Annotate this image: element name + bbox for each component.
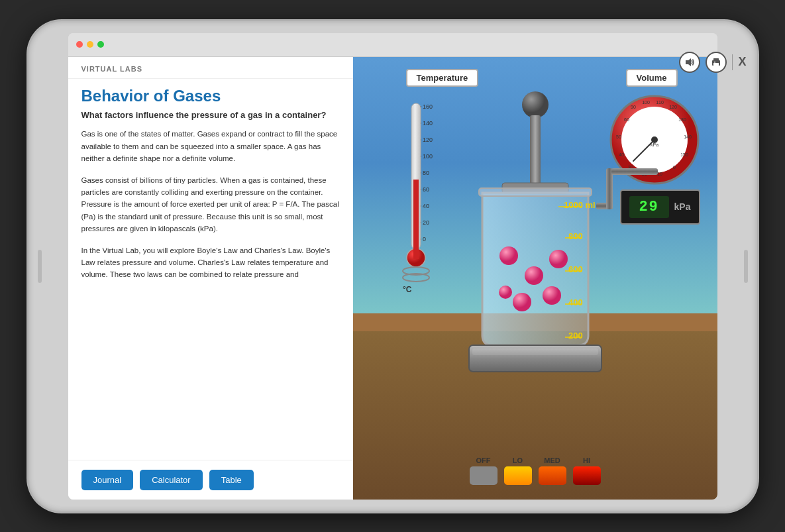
volume-label: Volume xyxy=(626,69,678,87)
table-button[interactable]: Table xyxy=(209,470,254,490)
svg-text:160: 160 xyxy=(423,103,433,110)
hi-label: HI xyxy=(573,456,601,464)
panel-footer: Journal Calculator Table xyxy=(68,460,353,500)
heat-controls: OFF LO MED HI xyxy=(470,456,601,488)
svg-text:10: 10 xyxy=(657,172,662,176)
paragraph-3: In the Virtual Lab, you will explore Boy… xyxy=(81,244,340,281)
svg-point-43 xyxy=(525,266,543,285)
svg-rect-59 xyxy=(472,348,598,355)
heat-med-button[interactable] xyxy=(539,466,566,485)
svg-text:90: 90 xyxy=(631,105,636,109)
svg-rect-41 xyxy=(479,188,592,196)
lab-title: Behavior of Gases xyxy=(81,87,340,106)
panel-header: VIRTUAL LABS xyxy=(68,57,353,79)
svg-point-47 xyxy=(499,286,512,299)
maximize-dot[interactable] xyxy=(97,41,104,48)
minimize-dot[interactable] xyxy=(87,41,93,48)
hi-label-container: HI xyxy=(573,456,601,488)
svg-rect-34 xyxy=(413,247,419,259)
svg-text:°C: °C xyxy=(403,285,412,294)
svg-text:600: 600 xyxy=(568,264,583,274)
close-dot[interactable] xyxy=(76,41,83,48)
svg-rect-39 xyxy=(530,115,541,188)
svg-text:130: 130 xyxy=(678,117,686,122)
ipad-home-button xyxy=(744,250,748,283)
right-panel: Temperature Volume 160 140 120 xyxy=(353,57,717,500)
off-label: OFF xyxy=(470,456,497,464)
kpa-value: 29 xyxy=(629,196,669,218)
paragraph-1: Gas is one of the states of matter. Gase… xyxy=(81,128,340,164)
svg-point-78 xyxy=(651,136,658,143)
svg-text:100: 100 xyxy=(423,153,433,160)
ipad-volume-button xyxy=(38,250,42,283)
svg-text:1000 ml: 1000 ml xyxy=(564,200,596,210)
svg-point-44 xyxy=(549,250,568,268)
svg-text:20: 20 xyxy=(423,219,429,226)
lab-background: Temperature Volume 160 140 120 xyxy=(353,57,717,500)
main-content: VIRTUAL LABS xyxy=(68,57,717,500)
off-label-container: OFF xyxy=(470,456,497,488)
screen: VIRTUAL LABS xyxy=(68,33,717,500)
heat-lo-button[interactable] xyxy=(504,466,532,485)
svg-text:120: 120 xyxy=(423,136,433,143)
svg-point-46 xyxy=(543,286,561,305)
beaker-assembly: 1000 ml 800 600 400 200 xyxy=(436,90,635,378)
lab-subtitle: What factors influence the pressure of a… xyxy=(81,109,340,121)
svg-text:110: 110 xyxy=(656,100,664,105)
svg-text:120: 120 xyxy=(669,105,677,109)
ipad-frame: VIRTUAL LABS xyxy=(28,21,757,511)
svg-text:80: 80 xyxy=(423,170,429,176)
kpa-unit-label: kPa xyxy=(674,201,691,212)
temperature-label: Temperature xyxy=(406,69,479,87)
lo-label: LO xyxy=(504,456,532,464)
panel-body: Behavior of Gases What factors influence… xyxy=(68,79,353,460)
virtual-labs-label: VIRTUAL LABS xyxy=(81,65,142,73)
svg-text:140: 140 xyxy=(684,134,692,139)
svg-rect-32 xyxy=(413,180,419,252)
journal-button[interactable]: Journal xyxy=(81,470,134,490)
lo-label-container: LO xyxy=(504,456,532,488)
paragraph-2: Gases consist of billions of tiny partic… xyxy=(81,174,340,235)
left-panel: VIRTUAL LABS xyxy=(68,57,353,500)
kpa-digital-display: 29 kPa xyxy=(620,189,700,225)
svg-text:100: 100 xyxy=(642,100,650,105)
svg-point-38 xyxy=(522,91,549,118)
svg-text:140: 140 xyxy=(423,120,433,127)
browser-top-bar xyxy=(68,33,717,57)
thermometer: 160 140 120 100 80 60 40 xyxy=(390,93,436,319)
pipe-horizontal-2 xyxy=(611,168,658,175)
svg-text:150: 150 xyxy=(680,152,688,157)
svg-text:60: 60 xyxy=(624,117,629,122)
svg-text:800: 800 xyxy=(568,231,583,241)
heat-off-button[interactable] xyxy=(470,466,497,485)
svg-text:400: 400 xyxy=(568,297,583,307)
med-label-container: MED xyxy=(539,456,566,488)
heat-hi-button[interactable] xyxy=(573,466,601,485)
svg-text:200: 200 xyxy=(568,331,583,341)
svg-text:0: 0 xyxy=(423,236,426,242)
svg-text:60: 60 xyxy=(423,186,429,193)
calculator-button[interactable]: Calculator xyxy=(140,470,203,490)
svg-text:40: 40 xyxy=(423,203,429,209)
svg-text:50: 50 xyxy=(616,134,621,139)
med-label: MED xyxy=(539,456,566,464)
svg-point-45 xyxy=(513,293,531,311)
svg-text:0: 0 xyxy=(673,165,676,170)
svg-text:40: 40 xyxy=(619,152,624,157)
svg-point-42 xyxy=(499,246,518,265)
window-controls xyxy=(76,41,104,48)
